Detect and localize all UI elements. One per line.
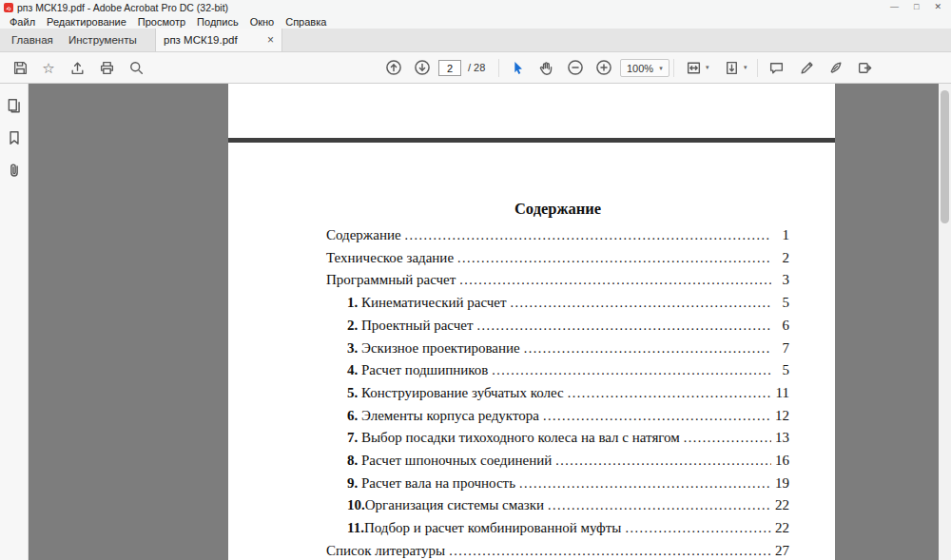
zoom-level-dropdown[interactable]: 100% ▾ bbox=[620, 59, 670, 77]
vertical-scrollbar[interactable] bbox=[939, 84, 951, 560]
zoom-in-button[interactable] bbox=[592, 56, 616, 79]
dot-leader bbox=[511, 292, 771, 315]
menu-bar: Файл Редактирование Просмотр Подпись Окн… bbox=[0, 14, 951, 29]
fit-width-button[interactable] bbox=[681, 56, 706, 79]
chevron-down-icon[interactable]: ▾ bbox=[706, 64, 709, 71]
bookmarks-button[interactable] bbox=[2, 126, 27, 150]
toc-entry: 6. Элементы корпуса редуктора 12 bbox=[326, 405, 789, 428]
toc-entry: Содержание 1 bbox=[326, 224, 789, 247]
toc-number: 1. bbox=[347, 292, 361, 315]
search-button[interactable] bbox=[124, 56, 148, 79]
toc-label: Эскизное проектирование bbox=[361, 338, 520, 360]
save-icon bbox=[12, 60, 29, 76]
toc-entry: 9. Расчет вала на прочность 19 bbox=[326, 473, 789, 495]
minimize-icon[interactable]: — bbox=[890, 0, 899, 14]
dot-leader bbox=[405, 224, 771, 247]
toc-entry: 1. Кинематический расчет 5 bbox=[326, 292, 789, 315]
dot-leader bbox=[524, 338, 771, 360]
search-icon bbox=[128, 60, 145, 76]
print-button[interactable] bbox=[94, 56, 119, 79]
toc-page-number: 19 bbox=[774, 473, 789, 495]
previous-page-button[interactable] bbox=[381, 56, 406, 79]
toc-label: Конструирование зубчатых колес bbox=[361, 382, 564, 405]
page-scrolling-button[interactable] bbox=[719, 56, 744, 79]
attachments-button[interactable] bbox=[2, 158, 27, 183]
export-arrow-icon bbox=[857, 60, 873, 76]
tab-home[interactable]: Главная bbox=[2, 29, 63, 51]
arrow-up-circle-icon bbox=[385, 59, 402, 76]
toc-number: 10. bbox=[347, 494, 365, 517]
hand-tool-button[interactable] bbox=[534, 56, 558, 79]
page-count-label: / 28 bbox=[468, 62, 485, 73]
tab-band: Главная Инструменты рпз МСК19.pdf × bbox=[0, 29, 951, 52]
menu-view[interactable]: Просмотр bbox=[132, 16, 191, 28]
next-page-button[interactable] bbox=[410, 56, 435, 79]
comment-tool-button[interactable] bbox=[764, 56, 788, 79]
chevron-down-icon[interactable]: ▾ bbox=[744, 64, 747, 71]
toc-entry: 2. Проектный расчет 6 bbox=[326, 315, 789, 338]
maximize-icon[interactable]: □ bbox=[914, 0, 919, 14]
tab-document-label: рпз МСК19.pdf bbox=[164, 34, 238, 46]
favorite-button[interactable]: ☆ bbox=[36, 56, 61, 79]
toc-number: 8. bbox=[347, 450, 361, 473]
toc-label: Программный расчет bbox=[326, 269, 456, 292]
toc-label: Расчет вала на прочность bbox=[361, 473, 515, 495]
toc-page-number: 5 bbox=[774, 292, 789, 315]
toc-number: 7. bbox=[347, 427, 361, 450]
page-thumbnails-button[interactable] bbox=[2, 93, 27, 118]
toc-entry: Программный расчет 3 bbox=[326, 269, 789, 292]
toc-page-number: 5 bbox=[774, 359, 789, 382]
navigation-panel bbox=[0, 84, 29, 560]
toc-entry: 8. Расчет шпоночных соединений 16 bbox=[326, 450, 789, 473]
close-icon[interactable]: ✕ bbox=[934, 0, 941, 14]
select-tool-button[interactable] bbox=[505, 56, 530, 79]
menu-sign[interactable]: Подпись bbox=[191, 16, 244, 28]
dot-leader bbox=[459, 269, 771, 292]
star-icon: ☆ bbox=[42, 61, 54, 75]
menu-window[interactable]: Окно bbox=[244, 16, 281, 28]
toc-page-number: 3 bbox=[774, 269, 789, 292]
zoom-level-value: 100% bbox=[627, 63, 653, 74]
paperclip-icon bbox=[6, 162, 23, 179]
toc-page-number: 13 bbox=[774, 427, 789, 450]
tab-tools[interactable]: Инструменты bbox=[59, 29, 146, 51]
cursor-arrow-icon bbox=[510, 60, 526, 76]
toc-number: 11. bbox=[347, 517, 364, 540]
tab-document[interactable]: рпз МСК19.pdf × bbox=[155, 29, 282, 51]
tab-close-icon[interactable]: × bbox=[267, 34, 274, 46]
toc-label: Выбор посадки тихоходного колеса на вал … bbox=[361, 427, 680, 450]
toc-entry: 3. Эскизное проектирование 7 bbox=[326, 338, 789, 360]
share-button[interactable] bbox=[65, 56, 89, 79]
document-viewport: Содержание Содержание 1 Техническое зада… bbox=[29, 84, 939, 560]
page-number-input[interactable] bbox=[438, 60, 461, 76]
dot-leader bbox=[449, 540, 771, 560]
toc-label: Техническое задание bbox=[326, 247, 454, 270]
toolbar-separator bbox=[673, 59, 674, 77]
toc-page-number: 22 bbox=[774, 517, 789, 540]
highlight-tool-button[interactable] bbox=[794, 56, 819, 79]
acrobat-logo-icon bbox=[4, 3, 13, 12]
toc-label: Список литературы bbox=[326, 540, 445, 560]
toc-entry: Список литературы 27 bbox=[326, 540, 789, 560]
scrollbar-thumb[interactable] bbox=[941, 90, 949, 223]
dot-leader bbox=[519, 473, 771, 495]
menu-edit[interactable]: Редактирование bbox=[41, 16, 132, 28]
menu-help[interactable]: Справка bbox=[280, 16, 332, 28]
toc-entry: 5. Конструирование зубчатых колес 11 bbox=[326, 382, 789, 405]
dot-leader bbox=[492, 359, 771, 382]
toc-page-number: 27 bbox=[774, 540, 789, 560]
zoom-out-button[interactable] bbox=[563, 56, 588, 79]
plus-circle-icon bbox=[595, 59, 612, 76]
page-scroll-icon bbox=[724, 60, 740, 76]
dot-leader bbox=[555, 450, 771, 473]
toc-number: 9. bbox=[347, 473, 361, 495]
chevron-down-icon: ▾ bbox=[659, 65, 663, 72]
window-controls: — □ ✕ bbox=[890, 0, 951, 14]
menu-file[interactable]: Файл bbox=[4, 16, 41, 28]
save-button[interactable] bbox=[8, 56, 32, 79]
export-tool-button[interactable] bbox=[852, 56, 877, 79]
toolbar: ☆ / 28 bbox=[0, 52, 951, 84]
minus-circle-icon bbox=[567, 59, 584, 76]
fill-sign-tool-button[interactable] bbox=[823, 56, 847, 79]
page-title: Содержание bbox=[326, 200, 789, 219]
